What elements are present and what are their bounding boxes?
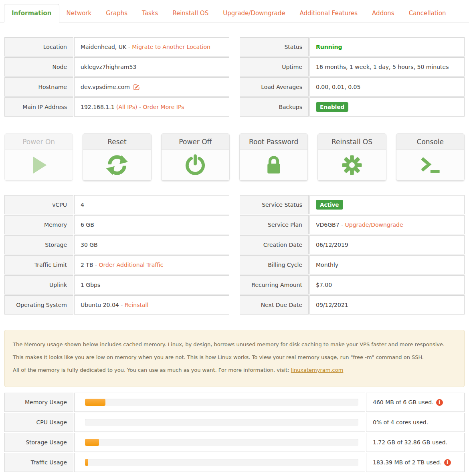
row-label: Recurring Amount [240,275,309,294]
row-label: Hostname [4,77,73,97]
uplink-value: 1 Gbps [74,275,229,294]
linuxatemyram-link[interactable]: linuxatemyram.com [291,367,344,373]
table-row: Node uklegvz7highram53 [4,57,229,77]
table-row: Billing Cycle Monthly [240,255,465,274]
edit-icon[interactable] [133,83,140,91]
tab-cancellation[interactable]: Cancellation [402,4,453,22]
console-button[interactable]: Console [396,133,465,181]
action-label: Reinstall OS [318,134,386,150]
status-table: Status Running Uptime 16 months, 1 week,… [240,37,465,117]
gear-icon [341,154,363,176]
table-row: Service Status Active [240,195,465,214]
service-plan-value: VD6GB7 - [316,222,345,228]
storage-value: 30 GB [74,235,229,254]
table-row: Uptime 16 months, 1 week, 1 day, 5 hours… [240,57,465,77]
node-value: uklegvz7highram53 [74,57,229,77]
row-label: Billing Cycle [240,255,309,274]
row-label: Traffic Usage [4,453,73,472]
billing-cycle-value: Monthly [309,255,465,274]
row-label: Creation Date [240,235,309,254]
power-on-button: Power On [4,133,73,181]
tab-information[interactable]: Information [4,4,59,22]
status-value: Running [316,44,342,50]
load-averages-value: 0.00, 0.01, 0.05 [309,77,465,97]
traffic-usage-bar [85,459,358,466]
uptime-value: 16 months, 1 week, 1 day, 5 hours, 50 mi… [309,57,465,77]
all-ips-link[interactable]: (All IPs) [116,104,137,110]
usage-row: Memory Usage460 MB of 6 GB used.i [4,393,465,412]
tab-network[interactable]: Network [59,4,99,22]
vcpu-value: 4 [74,195,229,214]
tab-graphs[interactable]: Graphs [99,4,135,22]
bar-fill [85,399,105,406]
table-row: Hostname dev.vpsdime.com [4,77,229,97]
traffic-limit-value: 2 TB - [81,262,99,268]
notice-line: All of the memory is fully dedicated to … [13,367,456,374]
traffic-usage-text: 183.39 MB of 2 TB used. [373,459,442,466]
action-label: Console [396,134,464,150]
table-row: Next Due Date 09/12/2021 [240,295,465,315]
migrate-location-link[interactable]: Migrate to Another Location [132,44,210,50]
table-row: Memory 6 GB [4,215,229,234]
row-label: Uplink [4,275,73,294]
upgrade-downgrade-link[interactable]: Upgrade/Downgrade [345,222,403,228]
row-label: Operating System [4,295,73,315]
row-label: CPU Usage [4,413,73,432]
reinstall-os-button[interactable]: Reinstall OS [317,133,386,181]
location-value: Maidenhead, UK - [81,44,132,50]
operating-system-value: Ubuntu 20.04 - [81,302,125,308]
row-label: Memory [4,215,73,234]
table-row: Recurring Amount $7.00 [240,275,465,294]
usage-row: Traffic Usage183.39 MB of 2 TB used.i [4,453,465,472]
row-label: Service Status [240,195,309,214]
bar-fill [85,439,99,446]
service-status-badge: Active [316,200,343,210]
bar-fill [85,459,88,466]
tab-reinstall-os[interactable]: Reinstall OS [165,4,216,22]
separator: - [137,104,143,110]
row-label: Backups [240,97,309,117]
tab-addons[interactable]: Addons [365,4,402,22]
main-ip-value: 192.168.1.1 [81,104,116,110]
tab-bar: InformationNetworkGraphsTasksReinstall O… [0,0,469,22]
cpu-usage-bar [85,419,358,426]
tab-additional-features[interactable]: Additional Features [293,4,365,22]
notice-line: The Memory usage shown below includes ca… [13,341,456,348]
action-label: Root Password [240,134,307,150]
tab-tasks[interactable]: Tasks [135,4,165,22]
usage-table: Memory Usage460 MB of 6 GB used.iCPU Usa… [4,393,465,472]
reinstall-link[interactable]: Reinstall [125,302,149,308]
server-info-table: Location Maidenhead, UK - Migrate to Ano… [4,37,229,117]
action-label: Power Off [162,134,229,150]
power-off-button[interactable]: Power Off [161,133,230,181]
billing-table: Service Status Active Service Plan VD6GB… [240,195,465,315]
info-icon[interactable]: i [444,459,451,466]
info-icon[interactable]: i [436,399,443,406]
table-row: Main IP Address 192.168.1.1 (All IPs) - … [4,97,229,117]
table-row: Traffic Limit 2 TB - Order Additional Tr… [4,255,229,274]
tab-upgrade-downgrade[interactable]: Upgrade/Downgrade [216,4,292,22]
usage-row: Storage Usage1.72 GB of 32.86 GB used. [4,433,465,452]
next-due-date-value: 09/12/2021 [309,295,465,315]
lock-icon [263,154,285,176]
hostname-value: dev.vpsdime.com [81,84,130,90]
memory-usage-notice: The Memory usage shown below includes ca… [4,330,465,387]
row-label: Next Due Date [240,295,309,315]
row-label: Status [240,37,309,56]
action-label: Power On [5,134,73,150]
order-more-ips-link[interactable]: Order More IPs [143,104,184,110]
root-password-button[interactable]: Root Password [239,133,308,181]
row-label: Storage Usage [4,433,73,452]
spec-tables: vCPU 4 Memory 6 GB Storage 30 GB Traffic… [4,195,465,315]
table-row: Status Running [240,37,465,56]
notice-line: This makes it looks like you are low on … [13,354,456,361]
table-row: vCPU 4 [4,195,229,214]
reset-button[interactable]: Reset [83,133,151,181]
row-label: Main IP Address [4,97,73,117]
order-additional-traffic-link[interactable]: Order Additional Traffic [99,262,163,268]
row-label: Memory Usage [4,393,73,412]
memory-value: 6 GB [74,215,229,234]
table-row: Storage 30 GB [4,235,229,254]
terminal-icon [419,154,441,176]
row-label: Storage [4,235,73,254]
